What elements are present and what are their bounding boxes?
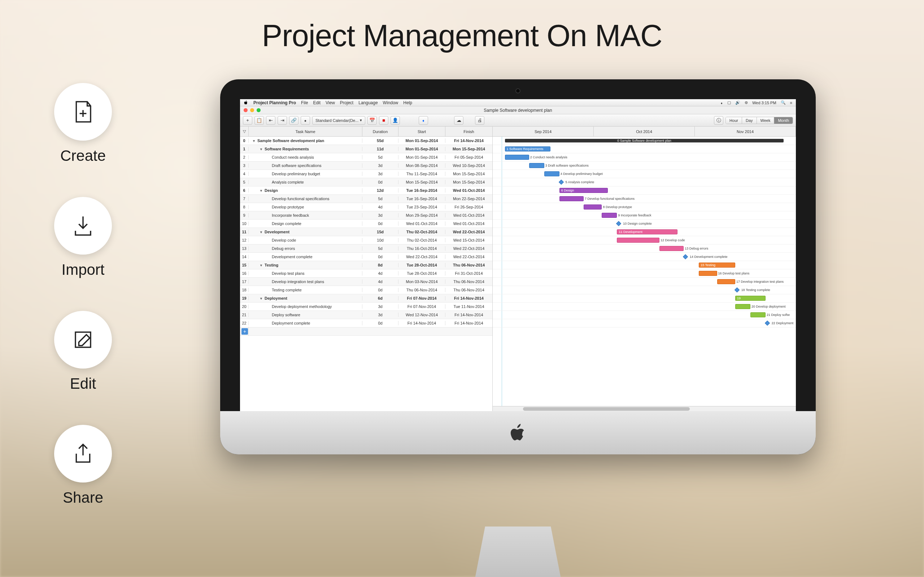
start-cell[interactable]: Fri 14-Nov-2014 — [399, 321, 446, 325]
horizontal-scrollbar[interactable] — [493, 406, 796, 411]
task-cell[interactable]: ▾Development — [249, 230, 362, 234]
finish-cell[interactable]: Wed 22-Oct-2014 — [446, 246, 492, 251]
indent-button[interactable]: ⇥ — [278, 116, 287, 125]
task-cell[interactable]: ▾Testing — [249, 263, 362, 267]
gantt-bar[interactable]: 15 Testing — [699, 263, 735, 268]
gantt-bar[interactable]: 4 Develop preliminary budget — [544, 171, 559, 176]
gantt-bar[interactable]: 13 Debug errors — [659, 246, 683, 251]
finish-cell[interactable]: Thu 06-Nov-2014 — [446, 263, 492, 267]
task-cell[interactable]: Develop prototype — [249, 205, 362, 209]
menu-edit[interactable]: Edit — [313, 100, 320, 105]
task-row[interactable]: 18Testing complete0dThu 06-Nov-2014Thu 0… — [240, 286, 492, 294]
start-cell[interactable]: Mon 15-Sep-2014 — [399, 180, 446, 184]
start-cell[interactable]: Mon 08-Sep-2014 — [399, 163, 446, 168]
start-cell[interactable]: Thu 16-Oct-2014 — [399, 246, 446, 251]
task-cell[interactable]: Develop preliminary budget — [249, 172, 362, 176]
start-cell[interactable]: Fri 07-Nov-2014 — [399, 296, 446, 300]
gantt-bar[interactable]: 19 — [735, 296, 766, 301]
start-cell[interactable]: Wed 01-Oct-2014 — [399, 221, 446, 226]
start-cell[interactable]: Mon 29-Sep-2014 — [399, 213, 446, 218]
start-cell[interactable]: Tue 28-Oct-2014 — [399, 263, 446, 267]
calendar-button[interactable]: 📅 — [367, 116, 377, 125]
menu-window[interactable]: Window — [383, 100, 399, 105]
task-row[interactable]: 0▾Sample Software development plan55dMon… — [240, 137, 492, 145]
start-cell[interactable]: Mon 01-Sep-2014 — [399, 147, 446, 151]
task-cell[interactable]: ▾Software Requirements — [249, 147, 362, 151]
scrollbar-thumb[interactable] — [523, 407, 690, 411]
expand-icon[interactable]: ▾ — [259, 188, 263, 193]
resources-button[interactable]: 👤 — [391, 116, 400, 125]
duration-cell[interactable]: 3d — [362, 213, 399, 218]
task-cell[interactable]: Develop deployment methodology — [249, 305, 362, 309]
zoom-button[interactable] — [257, 108, 261, 112]
milestone-marker[interactable] — [616, 221, 621, 226]
task-row[interactable]: 6▾Design12dTue 16-Sep-2014Wed 01-Oct-201… — [240, 187, 492, 195]
finish-cell[interactable]: Fri 14-Nov-2014 — [446, 313, 492, 317]
unlink-button[interactable]: ⬥ — [300, 116, 310, 125]
col-task-name[interactable]: Task Name — [249, 127, 362, 136]
expand-icon[interactable]: ▾ — [259, 263, 263, 267]
duration-cell[interactable]: 0d — [362, 221, 399, 226]
icloud-button[interactable]: ☁ — [454, 116, 464, 125]
col-finish[interactable]: Finish — [446, 127, 492, 136]
start-cell[interactable]: Mon 01-Sep-2014 — [399, 139, 446, 143]
gantt-bar[interactable]: 11 Development — [617, 229, 677, 234]
start-cell[interactable]: Wed 12-Nov-2014 — [399, 313, 446, 317]
start-cell[interactable]: Thu 11-Sep-2014 — [399, 172, 446, 176]
task-row[interactable]: 19▾Deployment6dFri 07-Nov-2014Fri 14-Nov… — [240, 294, 492, 303]
link-button[interactable]: 🔗 — [289, 116, 299, 125]
add-task-button[interactable]: + — [243, 116, 252, 125]
apple-menu-icon[interactable] — [244, 100, 248, 105]
duration-cell[interactable]: 6d — [362, 296, 399, 300]
gantt-bar[interactable]: 6 Design — [559, 188, 608, 193]
task-row[interactable]: 8Develop prototype4dTue 23-Sep-2014Fri 2… — [240, 203, 492, 211]
gantt-bar[interactable]: 7 Develop functional specifications — [559, 196, 584, 201]
menu-project[interactable]: Project — [340, 100, 353, 105]
print-button[interactable]: 🖨 — [475, 116, 485, 125]
minimize-button[interactable] — [250, 108, 254, 112]
duration-cell[interactable]: 4d — [362, 271, 399, 276]
task-cell[interactable]: Conduct needs analysis — [249, 155, 362, 160]
time-month[interactable]: Month — [774, 117, 793, 124]
menu-file[interactable]: File — [301, 100, 308, 105]
calendar-select[interactable]: Standard Calendar(De...▾ — [312, 116, 365, 125]
task-row[interactable]: 16Develop test plans4dTue 28-Oct-2014Fri… — [240, 269, 492, 278]
task-cell[interactable]: Deploy software — [249, 313, 362, 317]
start-cell[interactable]: Tue 28-Oct-2014 — [399, 271, 446, 276]
task-cell[interactable]: Develop integration test plans — [249, 279, 362, 284]
task-row[interactable]: 12Develop code10dThu 02-Oct-2014Wed 15-O… — [240, 236, 492, 245]
task-cell[interactable]: Develop test plans — [249, 271, 362, 276]
task-row[interactable]: 2Conduct needs analysis5dMon 01-Sep-2014… — [240, 153, 492, 161]
task-row[interactable]: 5Analysis complete0dMon 15-Sep-2014Mon 1… — [240, 178, 492, 187]
start-cell[interactable]: Thu 06-Nov-2014 — [399, 288, 446, 292]
time-hour[interactable]: Hour — [726, 117, 742, 124]
start-cell[interactable]: Tue 23-Sep-2014 — [399, 205, 446, 209]
start-cell[interactable]: Mon 03-Nov-2014 — [399, 279, 446, 284]
airplay-icon[interactable]: ▢ — [727, 100, 731, 105]
wifi-icon[interactable]: ⊚ — [745, 100, 748, 105]
duration-cell[interactable]: 8d — [362, 263, 399, 267]
task-cell[interactable]: ▾Design — [249, 188, 362, 193]
duration-cell[interactable]: 3d — [362, 313, 399, 317]
time-week[interactable]: Week — [757, 117, 775, 124]
task-row[interactable]: 20Develop deployment methodology3dFri 07… — [240, 303, 492, 311]
duration-cell[interactable]: 55d — [362, 139, 399, 143]
task-row[interactable]: 15▾Testing8dTue 28-Oct-2014Thu 06-Nov-20… — [240, 261, 492, 269]
milestone-marker[interactable] — [735, 287, 740, 292]
task-cell[interactable]: ▾Deployment — [249, 296, 362, 300]
finish-cell[interactable]: Mon 15-Sep-2014 — [446, 172, 492, 176]
col-start[interactable]: Start — [399, 127, 446, 136]
task-row[interactable]: 14Development complete0dWed 22-Oct-2014W… — [240, 253, 492, 261]
finish-cell[interactable]: Wed 10-Sep-2014 — [446, 163, 492, 168]
dropbox-icon[interactable]: ⬧ — [720, 101, 723, 105]
finish-cell[interactable]: Thu 06-Nov-2014 — [446, 279, 492, 284]
expand-icon[interactable]: ▾ — [259, 296, 263, 300]
finish-cell[interactable]: Mon 15-Sep-2014 — [446, 180, 492, 184]
gantt-bar[interactable]: 17 Develop integration test plans — [717, 279, 735, 284]
finish-cell[interactable]: Fri 14-Nov-2014 — [446, 296, 492, 300]
task-cell[interactable]: Analysis complete — [249, 180, 362, 184]
duration-cell[interactable]: 12d — [362, 188, 399, 193]
task-cell[interactable]: Develop code — [249, 238, 362, 242]
menu-view[interactable]: View — [326, 100, 335, 105]
gantt-summary-bar[interactable]: 0 Sample Software development plan — [505, 139, 784, 142]
